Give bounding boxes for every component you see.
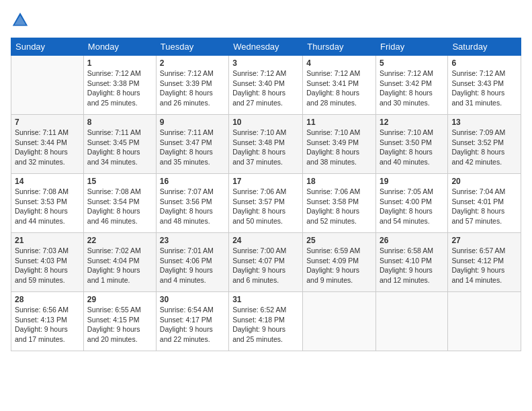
calendar-cell: 7Sunrise: 7:11 AMSunset: 3:44 PMDaylight… xyxy=(11,115,84,174)
daylight: Daylight: 8 hours and 52 minutes. xyxy=(306,207,359,225)
day-info: Sunrise: 6:59 AMSunset: 4:09 PMDaylight:… xyxy=(306,246,372,285)
calendar-cell xyxy=(448,292,521,351)
calendar-cell: 14Sunrise: 7:08 AMSunset: 3:53 PMDayligh… xyxy=(11,174,84,233)
sunrise: Sunrise: 6:54 AM xyxy=(160,306,214,314)
day-info: Sunrise: 7:06 AMSunset: 3:58 PMDaylight:… xyxy=(306,187,372,226)
calendar-cell: 16Sunrise: 7:07 AMSunset: 3:56 PMDayligh… xyxy=(156,174,228,233)
day-number: 14 xyxy=(15,177,80,186)
day-number: 18 xyxy=(306,177,372,186)
week-row-2: 7Sunrise: 7:11 AMSunset: 3:44 PMDaylight… xyxy=(11,115,521,174)
daylight: Daylight: 8 hours and 28 minutes. xyxy=(306,89,359,107)
sunrise: Sunrise: 6:59 AM xyxy=(306,246,360,255)
sunset: Sunset: 4:12 PM xyxy=(451,257,504,265)
day-info: Sunrise: 7:11 AMSunset: 3:47 PMDaylight:… xyxy=(160,128,225,167)
sunrise: Sunrise: 7:05 AM xyxy=(380,187,433,195)
calendar-cell: 3Sunrise: 7:12 AMSunset: 3:40 PMDaylight… xyxy=(229,56,303,115)
weekday-header-thursday: Thursday xyxy=(303,38,376,56)
day-number: 25 xyxy=(306,236,372,245)
calendar-cell: 22Sunrise: 7:02 AMSunset: 4:04 PMDayligh… xyxy=(83,233,156,292)
sunrise: Sunrise: 7:06 AM xyxy=(232,187,286,195)
daylight: Daylight: 8 hours and 50 minutes. xyxy=(232,207,285,225)
day-info: Sunrise: 6:56 AMSunset: 4:13 PMDaylight:… xyxy=(15,305,80,345)
sunset: Sunset: 3:38 PM xyxy=(87,79,140,87)
sunset: Sunset: 3:44 PM xyxy=(15,138,67,146)
weekday-header-tuesday: Tuesday xyxy=(156,38,228,56)
sunset: Sunset: 3:49 PM xyxy=(306,138,359,146)
calendar-cell: 4Sunrise: 7:12 AMSunset: 3:41 PMDaylight… xyxy=(303,56,376,115)
day-info: Sunrise: 7:07 AMSunset: 3:56 PMDaylight:… xyxy=(160,187,225,226)
sunset: Sunset: 3:41 PM xyxy=(306,79,359,87)
calendar-cell: 2Sunrise: 7:12 AMSunset: 3:39 PMDaylight… xyxy=(156,56,228,115)
calendar-cell: 19Sunrise: 7:05 AMSunset: 4:00 PMDayligh… xyxy=(376,174,448,233)
day-number: 20 xyxy=(451,177,517,186)
day-info: Sunrise: 7:12 AMSunset: 3:41 PMDaylight:… xyxy=(306,68,372,108)
page-container: SundayMondayTuesdayWednesdayThursdayFrid… xyxy=(0,0,532,357)
daylight: Daylight: 8 hours and 46 minutes. xyxy=(87,207,140,225)
week-row-5: 28Sunrise: 6:56 AMSunset: 4:13 PMDayligh… xyxy=(11,292,521,351)
sunrise: Sunrise: 6:52 AM xyxy=(232,306,286,314)
calendar-cell: 6Sunrise: 7:12 AMSunset: 3:43 PMDaylight… xyxy=(448,56,521,115)
calendar-cell: 26Sunrise: 6:58 AMSunset: 4:10 PMDayligh… xyxy=(376,233,448,292)
calendar-cell: 9Sunrise: 7:11 AMSunset: 3:47 PMDaylight… xyxy=(156,115,228,174)
day-number: 16 xyxy=(160,177,225,186)
day-number: 29 xyxy=(87,295,152,304)
day-number: 12 xyxy=(380,118,444,127)
day-number: 5 xyxy=(380,58,444,68)
day-number: 10 xyxy=(232,118,299,127)
sunrise: Sunrise: 6:56 AM xyxy=(15,306,69,314)
daylight: Daylight: 8 hours and 44 minutes. xyxy=(15,207,68,225)
day-number: 24 xyxy=(232,236,299,245)
day-info: Sunrise: 6:52 AMSunset: 4:18 PMDaylight:… xyxy=(232,305,299,345)
calendar-cell xyxy=(11,56,84,115)
sunset: Sunset: 3:45 PM xyxy=(87,138,140,146)
calendar-cell: 23Sunrise: 7:01 AMSunset: 4:06 PMDayligh… xyxy=(156,233,228,292)
sunrise: Sunrise: 6:57 AM xyxy=(451,246,505,255)
daylight: Daylight: 9 hours and 20 minutes. xyxy=(87,325,140,343)
sunset: Sunset: 3:53 PM xyxy=(15,197,67,205)
day-info: Sunrise: 7:10 AMSunset: 3:48 PMDaylight:… xyxy=(232,128,299,167)
sunrise: Sunrise: 7:12 AM xyxy=(232,69,286,77)
daylight: Daylight: 8 hours and 37 minutes. xyxy=(232,148,285,166)
day-info: Sunrise: 7:08 AMSunset: 3:54 PMDaylight:… xyxy=(87,187,152,226)
sunrise: Sunrise: 7:12 AM xyxy=(451,69,505,77)
sunrise: Sunrise: 7:10 AM xyxy=(306,128,360,136)
day-info: Sunrise: 7:08 AMSunset: 3:53 PMDaylight:… xyxy=(15,187,80,226)
sunset: Sunset: 4:06 PM xyxy=(160,257,212,265)
sunrise: Sunrise: 7:12 AM xyxy=(160,69,214,77)
day-info: Sunrise: 7:06 AMSunset: 3:57 PMDaylight:… xyxy=(232,187,299,226)
daylight: Daylight: 8 hours and 25 minutes. xyxy=(87,89,140,107)
calendar-cell: 17Sunrise: 7:06 AMSunset: 3:57 PMDayligh… xyxy=(229,174,303,233)
sunrise: Sunrise: 7:12 AM xyxy=(87,69,141,77)
calendar-cell: 24Sunrise: 7:00 AMSunset: 4:07 PMDayligh… xyxy=(229,233,303,292)
day-info: Sunrise: 7:10 AMSunset: 3:49 PMDaylight:… xyxy=(306,128,372,167)
sunrise: Sunrise: 7:04 AM xyxy=(451,187,505,195)
sunset: Sunset: 4:03 PM xyxy=(15,257,67,265)
calendar-cell: 15Sunrise: 7:08 AMSunset: 3:54 PMDayligh… xyxy=(83,174,156,233)
calendar-table: SundayMondayTuesdayWednesdayThursdayFrid… xyxy=(11,38,521,351)
weekday-header-row: SundayMondayTuesdayWednesdayThursdayFrid… xyxy=(11,38,521,56)
weekday-header-friday: Friday xyxy=(376,38,448,56)
sunset: Sunset: 3:52 PM xyxy=(451,138,504,146)
daylight: Daylight: 8 hours and 54 minutes. xyxy=(380,207,433,225)
day-number: 22 xyxy=(87,236,152,245)
calendar-cell: 1Sunrise: 7:12 AMSunset: 3:38 PMDaylight… xyxy=(83,56,156,115)
sunset: Sunset: 3:39 PM xyxy=(160,79,212,87)
day-info: Sunrise: 7:03 AMSunset: 4:03 PMDaylight:… xyxy=(15,246,80,285)
day-info: Sunrise: 7:11 AMSunset: 3:45 PMDaylight:… xyxy=(87,128,152,167)
day-number: 15 xyxy=(87,177,152,186)
sunset: Sunset: 4:01 PM xyxy=(451,197,504,205)
calendar-cell: 12Sunrise: 7:10 AMSunset: 3:50 PMDayligh… xyxy=(376,115,448,174)
day-info: Sunrise: 7:12 AMSunset: 3:42 PMDaylight:… xyxy=(380,68,444,108)
calendar-cell: 13Sunrise: 7:09 AMSunset: 3:52 PMDayligh… xyxy=(448,115,521,174)
sunrise: Sunrise: 7:11 AM xyxy=(87,128,141,136)
calendar-cell: 10Sunrise: 7:10 AMSunset: 3:48 PMDayligh… xyxy=(229,115,303,174)
daylight: Daylight: 8 hours and 31 minutes. xyxy=(451,89,504,107)
sunrise: Sunrise: 7:12 AM xyxy=(380,69,433,77)
calendar-cell: 18Sunrise: 7:06 AMSunset: 3:58 PMDayligh… xyxy=(303,174,376,233)
day-number: 7 xyxy=(15,118,80,127)
day-info: Sunrise: 7:12 AMSunset: 3:38 PMDaylight:… xyxy=(87,68,152,108)
day-number: 11 xyxy=(306,118,372,127)
sunset: Sunset: 3:50 PM xyxy=(380,138,432,146)
day-info: Sunrise: 6:55 AMSunset: 4:15 PMDaylight:… xyxy=(87,305,152,345)
week-row-4: 21Sunrise: 7:03 AMSunset: 4:03 PMDayligh… xyxy=(11,233,521,292)
